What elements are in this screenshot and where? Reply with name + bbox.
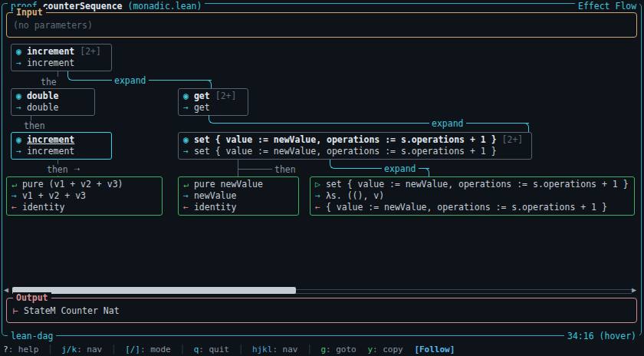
arrow-left-icon: ← xyxy=(183,202,189,213)
node-title: increment xyxy=(27,46,74,57)
node-increment-selected[interactable]: ◉increment →increment xyxy=(11,132,112,160)
node-line: →increment xyxy=(16,58,107,69)
separator: │ xyxy=(179,344,185,354)
arrow-right-icon: → xyxy=(315,190,320,201)
input-panel-title: Input xyxy=(13,7,46,18)
node-line-text: get xyxy=(194,102,210,113)
arrow-right-icon: → xyxy=(16,102,21,113)
node-icon: ◉ xyxy=(16,134,21,145)
help-key: y xyxy=(367,344,373,354)
node-line-text: increment xyxy=(27,58,74,68)
connector-label-expand: expand xyxy=(382,163,419,175)
help-label: : help xyxy=(8,344,39,354)
node-title: set { value := newValue, operations := s… xyxy=(326,179,629,190)
scrollbar-thumb[interactable] xyxy=(12,287,296,294)
arrow-left-icon: ← xyxy=(12,202,17,213)
node-badge: [2+] xyxy=(215,91,237,101)
node-line-text: double xyxy=(27,102,59,113)
node-pure-sum[interactable]: ↵pure (v1 + v2 + v3) →v1 + v2 + v3 ←iden… xyxy=(6,176,163,216)
node-title: pure newValue xyxy=(194,179,263,190)
node-badge: [2+] xyxy=(502,134,524,145)
return-icon: ↵ xyxy=(12,179,17,190)
node-line-text: set { value := newValue, operations := s… xyxy=(194,146,497,157)
help-key: g xyxy=(320,344,326,354)
node-line: ←identity xyxy=(12,202,157,213)
node-header: ◉get[2+] xyxy=(183,91,243,102)
node-increment[interactable]: ◉increment[2+] →increment xyxy=(11,44,112,71)
help-label: : copy xyxy=(373,344,403,354)
node-line-text: { value := newValue, operations := s.ope… xyxy=(326,202,607,213)
follow-mode-badge: [Follow] xyxy=(414,344,455,354)
arrow-right-icon: → xyxy=(183,146,189,157)
help-label: : mode xyxy=(140,344,171,354)
node-line-text: increment xyxy=(27,146,74,157)
separator: │ xyxy=(111,344,117,354)
output-panel: Output ⊢StateM Counter Nat xyxy=(6,298,637,323)
node-icon: ◉ xyxy=(183,91,189,101)
node-title: double xyxy=(27,91,59,101)
node-icon: ◉ xyxy=(183,134,189,145)
node-icon: ◉ xyxy=(16,91,21,101)
node-line: ←identity xyxy=(183,202,294,213)
node-line-text: identity xyxy=(194,202,236,213)
node-line-text: identity xyxy=(22,202,64,213)
node-header: ◉set { value := newValue, operations := … xyxy=(183,134,527,146)
node-set[interactable]: ◉set { value := newValue, operations := … xyxy=(178,132,532,160)
node-header: ◉increment[2+] xyxy=(16,46,107,58)
position-indicator: 34:16 (hover) xyxy=(564,331,639,342)
separator: │ xyxy=(307,344,312,354)
scrollbar-right-arrow[interactable]: ▶ xyxy=(632,285,636,295)
node-line: ←{ value := newValue, operations := s.op… xyxy=(315,202,629,213)
node-header: ◉increment xyxy=(16,134,107,146)
connector-label-then: then xyxy=(21,120,48,132)
node-double[interactable]: ◉double →double xyxy=(11,88,95,116)
node-get[interactable]: ◉get[2+] →get xyxy=(178,88,248,116)
file-name: (monadic.lean) xyxy=(127,1,202,12)
help-key: [/] xyxy=(125,344,140,354)
node-header: ◉double xyxy=(16,91,90,102)
connector-label-expand: expand xyxy=(112,75,149,87)
turnstile-icon: ⊢ xyxy=(13,305,18,316)
scrollbar-left-arrow[interactable]: ◀ xyxy=(4,285,8,295)
triangle-right-icon: ▷ xyxy=(315,179,320,190)
help-key: ? xyxy=(3,344,8,354)
node-badge: [2+] xyxy=(80,46,101,57)
connector-label-then: then xyxy=(44,164,71,176)
node-line: →get xyxy=(183,102,243,114)
node-header: ▷set { value := newValue, operations := … xyxy=(315,179,629,190)
input-panel-content: (no parameters) xyxy=(7,20,636,31)
connector-arrow: ⇢ xyxy=(72,163,82,175)
node-title: set { value := newValue, operations := s… xyxy=(194,134,497,145)
help-label: : goto xyxy=(326,344,356,354)
output-panel-title: Output xyxy=(13,292,51,304)
node-title: increment xyxy=(27,134,74,145)
connector-label-then: then xyxy=(272,164,298,176)
arrow-right-icon: → xyxy=(16,58,21,68)
node-line: →newValue xyxy=(183,190,294,202)
input-panel: Input (no parameters) xyxy=(6,12,637,38)
node-set-lambda[interactable]: ▷set { value := newValue, operations := … xyxy=(310,176,635,216)
node-line: →λs. ((), v) xyxy=(315,190,629,202)
node-line: →v1 + v2 + v3 xyxy=(12,190,157,202)
node-line: →set { value := newValue, operations := … xyxy=(183,146,527,157)
node-icon: ◉ xyxy=(16,46,21,57)
proof-name: counterSequence xyxy=(43,1,123,12)
view-mode-label: Effect Flow xyxy=(575,1,639,12)
arrow-right-icon: → xyxy=(16,146,21,157)
return-icon: ↵ xyxy=(183,179,189,190)
app-name-label: lean-dag xyxy=(8,331,56,342)
node-line: →double xyxy=(16,102,90,114)
connector-line xyxy=(238,160,238,176)
node-pure-newvalue[interactable]: ↵pure newValue →newValue ←identity xyxy=(178,176,299,216)
separator: │ xyxy=(48,344,53,354)
help-label: : nav xyxy=(272,344,297,354)
node-line-text: v1 + v2 + v3 xyxy=(22,190,86,201)
connector-line xyxy=(238,169,272,170)
node-title: pure (v1 + v2 + v3) xyxy=(22,179,123,190)
help-key: j/k xyxy=(61,344,77,354)
connector-line xyxy=(522,123,529,132)
arrow-right-icon: → xyxy=(183,102,189,113)
node-title: get xyxy=(194,91,210,101)
help-bar: ?: help │ j/k: nav │ [/]: mode │ q: quit… xyxy=(3,344,455,355)
arrow-right-icon: → xyxy=(12,190,17,201)
